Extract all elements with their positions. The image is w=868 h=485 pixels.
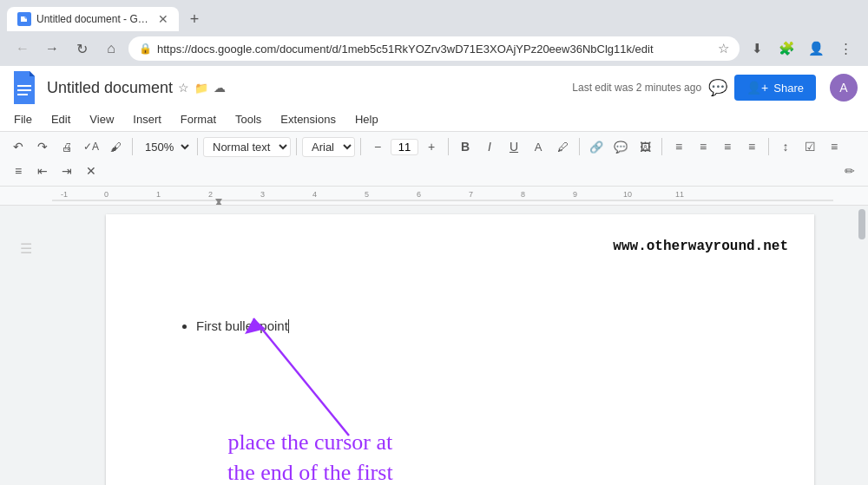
divider-2	[197, 138, 198, 155]
font-selector[interactable]: Arial	[302, 137, 355, 157]
divider-3	[296, 138, 297, 155]
font-size-decrease[interactable]: −	[366, 135, 389, 158]
forward-button[interactable]: →	[40, 36, 64, 61]
ruler: -1 0 1 2 3 4 5 6 7 8 9 10 11	[0, 187, 868, 206]
star-icon[interactable]: ☆	[178, 81, 189, 95]
document-page[interactable]: www.otherwayround.net First bullet point	[106, 214, 814, 485]
share-icon: 👤+	[746, 81, 768, 95]
svg-line-20	[253, 318, 349, 436]
menu-extensions[interactable]: Extensions	[272, 109, 345, 129]
menu-format[interactable]: Format	[172, 109, 225, 129]
profile-icon[interactable]: 👤	[804, 36, 828, 61]
menu-dots-icon[interactable]: ⋮	[833, 36, 858, 61]
menu-help[interactable]: Help	[346, 109, 387, 129]
menu-edit[interactable]: Edit	[43, 109, 79, 129]
active-tab[interactable]: Untitled document - Google D... ✕	[7, 7, 179, 31]
home-button[interactable]: ⌂	[99, 36, 123, 61]
bullet-list-button[interactable]: ≡	[823, 135, 845, 158]
font-size-increase[interactable]: +	[420, 135, 443, 158]
menu-insert[interactable]: Insert	[124, 109, 170, 129]
share-button[interactable]: 👤+ Share	[734, 75, 816, 101]
share-label: Share	[773, 82, 804, 95]
menu-bar: File Edit View Insert Format Tools Exten…	[0, 108, 868, 132]
browser-chrome: Untitled document - Google D... ✕ + ← → …	[0, 0, 868, 66]
docs-header: Untitled document ☆ 📁 ☁ Last edit was 2 …	[0, 66, 868, 108]
refresh-button[interactable]: ↻	[69, 36, 94, 61]
align-left-button[interactable]: ≡	[667, 135, 690, 158]
link-button[interactable]: 🔗	[585, 135, 608, 158]
highlight-button[interactable]: 🖊	[551, 135, 574, 158]
menu-tools[interactable]: Tools	[227, 109, 270, 129]
bold-button[interactable]: B	[454, 135, 477, 158]
checklist-button[interactable]: ☑	[799, 135, 821, 158]
svg-text:-1: -1	[61, 190, 68, 199]
svg-text:4: 4	[312, 190, 317, 199]
text-style-selector[interactable]: Normal text	[203, 137, 291, 157]
clear-format-button[interactable]: ✕	[80, 160, 102, 182]
tab-bar: Untitled document - Google D... ✕ +	[0, 0, 868, 31]
svg-rect-3	[17, 94, 28, 95]
scrollbar[interactable]	[855, 206, 868, 485]
svg-text:6: 6	[417, 190, 421, 199]
svg-text:11: 11	[675, 190, 684, 199]
docs-logo[interactable]	[10, 71, 38, 104]
user-avatar[interactable]: A	[830, 74, 858, 102]
italic-button[interactable]: I	[478, 135, 501, 158]
align-justify-button[interactable]: ≡	[740, 135, 763, 158]
svg-text:0: 0	[104, 190, 108, 199]
download-icon[interactable]: ⬇	[745, 36, 769, 61]
indent-increase-button[interactable]: ⇥	[56, 160, 78, 182]
divider-8	[768, 138, 769, 155]
svg-rect-1	[17, 85, 31, 87]
svg-text:2: 2	[208, 190, 213, 199]
comment-toolbar-button[interactable]: 💬	[609, 135, 632, 158]
menu-file[interactable]: File	[5, 109, 41, 129]
doc-sidebar: ☰	[0, 206, 52, 485]
menu-view[interactable]: View	[81, 109, 122, 129]
divider-6	[579, 138, 580, 155]
underline-button[interactable]: U	[503, 135, 525, 158]
extension-icon[interactable]: 🧩	[774, 36, 799, 61]
lock-icon: 🔒	[139, 43, 152, 55]
tab-close-btn[interactable]: ✕	[158, 12, 168, 26]
navigation-bar: ← → ↻ ⌂ 🔒 https://docs.google.com/docume…	[0, 31, 868, 66]
undo-button[interactable]: ↶	[7, 135, 30, 158]
tab-title-text: Untitled document - Google D...	[36, 13, 149, 25]
text-cursor	[288, 319, 289, 333]
folder-icon[interactable]: 📁	[194, 82, 208, 95]
new-tab-button[interactable]: +	[182, 7, 207, 31]
back-button[interactable]: ←	[10, 36, 35, 61]
align-center-button[interactable]: ≡	[692, 135, 714, 158]
zoom-selector[interactable]: 150%	[138, 138, 192, 156]
line-spacing-button[interactable]: ↕	[774, 135, 797, 158]
align-right-button[interactable]: ≡	[716, 135, 739, 158]
toolbar: ↶ ↷ 🖨 ✓A 🖌 150% Normal text Arial − + B …	[0, 132, 868, 187]
scrollbar-thumb[interactable]	[858, 209, 865, 239]
address-bar[interactable]: 🔒 https://docs.google.com/document/d/1me…	[128, 36, 740, 61]
svg-text:10: 10	[623, 190, 632, 199]
font-size-area: − +	[366, 135, 443, 158]
comment-button[interactable]: 💬	[708, 78, 727, 97]
image-button[interactable]: 🖼	[634, 135, 656, 158]
divider-5	[448, 138, 449, 155]
divider-4	[360, 138, 361, 155]
bullet-item-1[interactable]: First bullet point	[196, 318, 745, 333]
paint-format-button[interactable]: 🖌	[104, 135, 127, 158]
spellcheck-button[interactable]: ✓A	[80, 135, 102, 158]
bookmark-icon[interactable]: ☆	[718, 41, 729, 56]
numbered-list-button[interactable]: ≡	[7, 160, 30, 182]
document-title[interactable]: Untitled document	[47, 79, 173, 97]
indent-decrease-button[interactable]: ⇤	[31, 160, 54, 182]
sidebar-icon[interactable]: ☰	[20, 240, 32, 257]
bullet-list: First bullet point	[196, 318, 745, 333]
print-button[interactable]: 🖨	[56, 135, 78, 158]
watermark-text: www.otherwayround.net	[613, 239, 788, 254]
document-content[interactable]: First bullet point	[175, 318, 745, 333]
redo-button[interactable]: ↷	[31, 135, 54, 158]
edit-mode-button[interactable]: ✏	[838, 160, 861, 182]
font-size-input[interactable]	[391, 139, 418, 155]
svg-text:9: 9	[573, 190, 577, 199]
cloud-icon[interactable]: ☁	[214, 81, 226, 95]
svg-text:7: 7	[469, 190, 473, 199]
text-color-button[interactable]: A	[527, 135, 549, 158]
